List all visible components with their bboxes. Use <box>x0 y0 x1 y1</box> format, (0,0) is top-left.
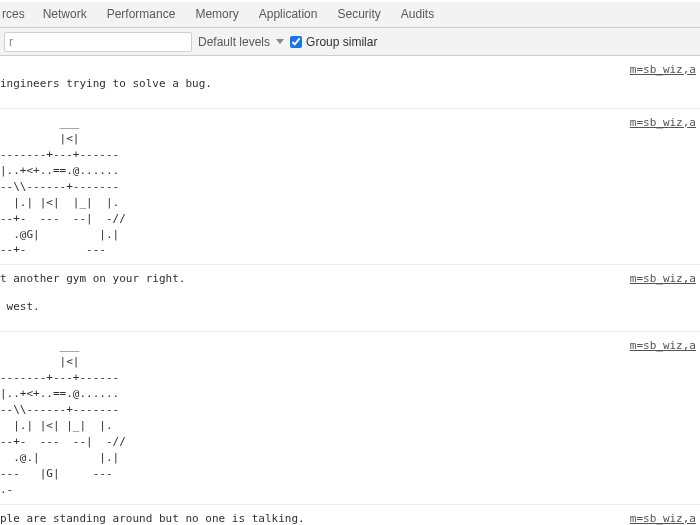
group-similar-label: Group similar <box>306 35 377 49</box>
log-entry: m=sb_wiz,a t another gym on your right. … <box>0 265 700 332</box>
tab-application[interactable]: Application <box>249 2 328 27</box>
group-similar-checkbox[interactable] <box>290 36 302 48</box>
source-link[interactable]: m=sb_wiz,a <box>630 62 696 78</box>
tab-sources[interactable]: rces <box>2 2 33 27</box>
log-message: ple are standing around but no one is ta… <box>0 511 696 525</box>
devtools-tabbar: rces Network Performance Memory Applicat… <box>0 2 700 28</box>
tab-network[interactable]: Network <box>33 2 97 27</box>
log-entry: m=sb_wiz,a ple are standing around but n… <box>0 505 700 525</box>
tab-memory[interactable]: Memory <box>185 2 248 27</box>
console-toolbar: Default levels Group similar <box>0 28 700 56</box>
log-message: t another gym on your right. <box>0 271 696 287</box>
source-link[interactable]: m=sb_wiz,a <box>630 338 696 354</box>
log-message-ascii: ___ |<| -------+---+------ |..+<+..==.@.… <box>0 115 696 258</box>
source-link[interactable]: m=sb_wiz,a <box>630 115 696 131</box>
tab-performance[interactable]: Performance <box>97 2 186 27</box>
log-entry: m=sb_wiz,a ingineers trying to solve a b… <box>0 56 700 109</box>
tab-security[interactable]: Security <box>327 2 390 27</box>
group-similar-control[interactable]: Group similar <box>290 35 377 49</box>
log-message: ingineers trying to solve a bug. <box>0 76 696 92</box>
filter-input[interactable] <box>4 32 192 52</box>
source-link[interactable]: m=sb_wiz,a <box>630 271 696 287</box>
log-entry: m=sb_wiz,a ___ |<| -------+---+------ |.… <box>0 109 700 265</box>
log-message-ascii: ___ |<| -------+---+------ |..+<+..==.@.… <box>0 338 696 497</box>
tab-audits[interactable]: Audits <box>391 2 444 27</box>
source-link[interactable]: m=sb_wiz,a <box>630 511 696 525</box>
log-message: west. <box>0 299 696 315</box>
chevron-down-icon <box>276 39 284 44</box>
log-entry: m=sb_wiz,a ___ |<| -------+---+------ |.… <box>0 332 700 504</box>
log-levels-label: Default levels <box>198 35 270 49</box>
console-log: m=sb_wiz,a ingineers trying to solve a b… <box>0 56 700 525</box>
log-levels-dropdown[interactable]: Default levels <box>198 35 284 49</box>
